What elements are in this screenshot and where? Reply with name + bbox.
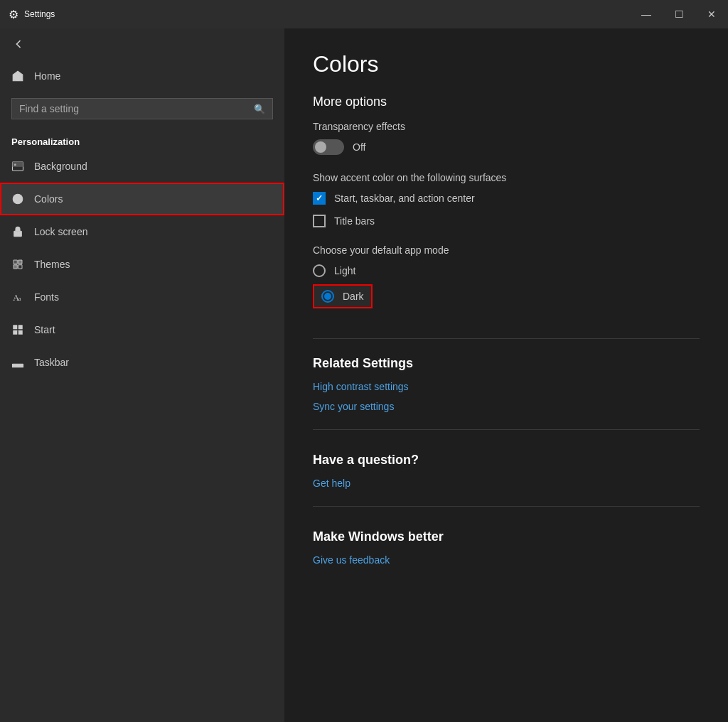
svg-rect-14 bbox=[18, 330, 23, 335]
svg-rect-17 bbox=[16, 365, 18, 367]
sync-settings-link[interactable]: Sync your settings bbox=[313, 401, 700, 412]
checkbox-row-titlebars: Title bars bbox=[313, 215, 700, 227]
svg-point-3 bbox=[14, 163, 16, 166]
transparency-toggle-state: Off bbox=[353, 141, 365, 153]
checkbox-taskbar-label: Start, taskbar, and action center bbox=[334, 193, 475, 204]
divider-3 bbox=[313, 506, 700, 507]
divider-2 bbox=[313, 429, 700, 430]
sidebar-item-lockscreen-label: Lock screen bbox=[34, 226, 87, 237]
checkbox-taskbar[interactable] bbox=[313, 192, 326, 205]
svg-rect-0 bbox=[16, 77, 20, 81]
sidebar-item-start[interactable]: Start bbox=[0, 313, 284, 346]
radio-row-dark-highlight[interactable]: Dark bbox=[313, 284, 373, 308]
maximize-button[interactable]: ☐ bbox=[663, 0, 695, 28]
sidebar-item-colors[interactable]: Colors bbox=[0, 183, 284, 215]
title-bar-title: Settings bbox=[24, 9, 55, 19]
sidebar-item-lockscreen[interactable]: Lock screen bbox=[0, 215, 284, 248]
radio-dark[interactable] bbox=[321, 290, 334, 303]
accent-surface-section: Show accent color on the following surfa… bbox=[313, 172, 700, 227]
sidebar-item-home[interactable]: Home bbox=[0, 60, 284, 92]
app-mode-section: Choose your default app mode Light Dark bbox=[313, 244, 700, 316]
sidebar: Home 🔍 Personalization Background C bbox=[0, 28, 284, 722]
svg-rect-11 bbox=[13, 325, 17, 329]
radio-light[interactable] bbox=[313, 264, 326, 277]
svg-rect-16 bbox=[14, 365, 15, 367]
sidebar-item-home-label: Home bbox=[34, 70, 60, 82]
app-mode-label: Choose your default app mode bbox=[313, 244, 700, 256]
page-title: Colors bbox=[313, 51, 700, 77]
svg-point-8 bbox=[17, 233, 18, 235]
sidebar-item-themes[interactable]: Themes bbox=[0, 248, 284, 281]
radio-light-label: Light bbox=[334, 265, 355, 276]
search-icon: 🔍 bbox=[254, 104, 265, 114]
title-bar: ⚙ Settings — ☐ ✕ bbox=[0, 0, 728, 28]
more-options-title: More options bbox=[313, 95, 700, 109]
svg-rect-13 bbox=[13, 330, 17, 335]
sidebar-item-fonts-label: Fonts bbox=[34, 291, 59, 303]
window-controls: — ☐ ✕ bbox=[630, 0, 728, 28]
minimize-button[interactable]: — bbox=[630, 0, 663, 28]
high-contrast-link[interactable]: High contrast settings bbox=[313, 381, 700, 392]
main-content: Colors More options Transparency effects… bbox=[284, 28, 728, 722]
sidebar-item-colors-label: Colors bbox=[34, 193, 63, 205]
svg-rect-12 bbox=[18, 325, 23, 329]
search-box[interactable]: 🔍 bbox=[11, 98, 273, 119]
svg-rect-2 bbox=[13, 162, 23, 167]
sidebar-item-background[interactable]: Background bbox=[0, 150, 284, 183]
sidebar-item-background-label: Background bbox=[34, 161, 87, 172]
related-settings-title: Related Settings bbox=[313, 356, 700, 371]
accent-surfaces-label: Show accent color on the following surfa… bbox=[313, 172, 700, 183]
get-help-link[interactable]: Get help bbox=[313, 478, 700, 489]
sidebar-item-themes-label: Themes bbox=[34, 259, 70, 270]
radio-row-light[interactable]: Light bbox=[313, 264, 700, 277]
checkbox-titlebars-label: Title bars bbox=[334, 215, 375, 227]
transparency-toggle[interactable] bbox=[313, 139, 344, 155]
sidebar-item-taskbar[interactable]: Taskbar bbox=[0, 346, 284, 379]
settings-icon: ⚙ bbox=[9, 8, 18, 21]
back-button[interactable] bbox=[0, 28, 284, 60]
svg-text:a: a bbox=[18, 296, 21, 302]
have-question-title: Have a question? bbox=[313, 453, 700, 468]
sidebar-item-start-label: Start bbox=[34, 324, 55, 335]
checkbox-row-taskbar: Start, taskbar, and action center bbox=[313, 192, 700, 205]
transparency-label: Transparency effects bbox=[313, 121, 700, 132]
app-container: Home 🔍 Personalization Background C bbox=[0, 28, 728, 722]
radio-dark-label: Dark bbox=[343, 291, 364, 302]
give-feedback-link[interactable]: Give us feedback bbox=[313, 554, 700, 566]
close-button[interactable]: ✕ bbox=[695, 0, 728, 28]
sidebar-item-taskbar-label: Taskbar bbox=[34, 357, 69, 368]
sidebar-item-fonts[interactable]: A a Fonts bbox=[0, 281, 284, 313]
svg-point-6 bbox=[19, 197, 21, 198]
checkbox-titlebars[interactable] bbox=[313, 215, 326, 227]
make-windows-title: Make Windows better bbox=[313, 529, 700, 544]
svg-point-4 bbox=[13, 194, 23, 204]
transparency-toggle-row: Off bbox=[313, 139, 700, 155]
divider-1 bbox=[313, 338, 700, 339]
svg-point-5 bbox=[15, 197, 16, 198]
personalization-label: Personalization bbox=[0, 131, 284, 150]
search-input[interactable] bbox=[19, 103, 254, 114]
